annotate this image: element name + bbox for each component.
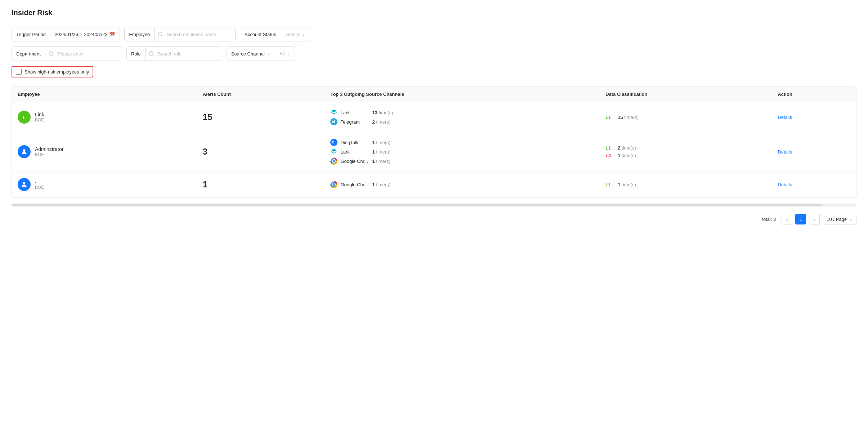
svg-point-2	[49, 52, 53, 55]
account-status-group[interactable]: Account Status | Select ⌄	[240, 27, 310, 41]
employee-name: Link	[35, 112, 44, 117]
col-header-alerts: Alerts Count	[197, 86, 325, 102]
page-size-select[interactable]: 10 / Page ⌄	[823, 214, 856, 224]
employee-table: Employee Alerts Count Top 3 Outgoing Sou…	[12, 86, 856, 197]
employee-name: Adminstrator	[35, 146, 63, 152]
trigger-period-group[interactable]: Trigger Period 2024/01/26 - 2024/07/23 📅	[12, 27, 120, 41]
channel-item: Google Chr... 1 time(s)	[330, 157, 594, 165]
checkbox-row: Show high-risk employees only	[12, 66, 856, 77]
high-risk-label: Show high-risk employees only	[24, 69, 89, 75]
channel-name: Lark	[340, 149, 369, 155]
pagination-total: Total: 3	[761, 217, 776, 222]
classification-badge: L4	[605, 153, 614, 158]
channels-cell: D DingTalk 1 time(s) Lark 1 time(s) Goog…	[325, 132, 600, 172]
table-row: L Link BOE 15 Lark 13 time(s) Telegram 2…	[12, 102, 856, 132]
calendar-icon[interactable]: 📅	[109, 32, 115, 37]
channels-cell: Google Chr... 1 time(s)	[325, 172, 600, 198]
channel-item: D DingTalk 1 time(s)	[330, 139, 594, 146]
details-link[interactable]: Details	[778, 115, 792, 120]
col-header-action: Action	[772, 86, 856, 102]
table-row: Adminstrator BOE 3 D DingTalk 1 time(s) …	[12, 132, 856, 172]
table-row: · BOE 1 Google Chr... 1 time(s) L1 1 tim…	[12, 172, 856, 198]
svg-point-13	[23, 182, 26, 184]
classification-times: 2 time(s)	[618, 145, 636, 151]
employee-cell: Adminstrator BOE	[12, 132, 197, 172]
channel-name: Google Chr...	[340, 182, 369, 187]
source-channel-group[interactable]: Source Channel ⌄ All ⌄	[227, 46, 295, 61]
pagination-next-button[interactable]: ›	[809, 214, 820, 224]
col-header-classification: Data Classification	[600, 86, 772, 102]
source-channel-label-text: Source Channel	[231, 51, 265, 57]
channel-times: 1 time(s)	[372, 149, 390, 155]
alerts-count-cell: 1	[197, 172, 325, 198]
date-from: 2024/01/26	[55, 32, 78, 37]
source-channel-value[interactable]: All ⌄	[275, 51, 295, 57]
classification-times: 15 time(s)	[618, 115, 639, 120]
account-status-value: Select	[286, 32, 299, 37]
channel-name: Google Chr...	[340, 159, 369, 164]
svg-line-5	[152, 55, 153, 56]
svg-point-0	[158, 32, 162, 36]
high-risk-checkbox[interactable]	[16, 69, 22, 75]
action-cell: Details	[772, 102, 856, 132]
avatar	[18, 145, 31, 158]
scroll-thumb[interactable]	[12, 204, 823, 206]
lark-icon	[330, 148, 337, 155]
employee-dept: BOE	[35, 185, 44, 190]
role-label: Role	[127, 47, 146, 61]
classification-badge: L1	[605, 115, 614, 120]
action-cell: Details	[772, 132, 856, 172]
dingtalk-icon: D	[330, 139, 337, 146]
high-risk-checkbox-container[interactable]: Show high-risk employees only	[12, 66, 93, 77]
filter-row-2: Department Role Source Channel ⌄ All ⌄	[12, 46, 856, 61]
source-channel-selected-value: All	[279, 51, 285, 57]
classification-times: 1 time(s)	[618, 182, 636, 187]
alerts-count: 15	[203, 112, 212, 122]
page-title: Insider Risk	[12, 9, 856, 17]
channel-item: Google Chr... 1 time(s)	[330, 181, 594, 188]
avatar: L	[18, 111, 31, 124]
classification-item: L1 1 time(s)	[605, 182, 766, 187]
avatar	[18, 178, 31, 191]
col-header-channels: Top 3 Outgoing Source Channels	[325, 86, 600, 102]
svg-point-16	[333, 183, 335, 186]
employee-cell: L Link BOE	[12, 102, 197, 132]
svg-point-7	[23, 149, 26, 152]
employee-label: Employee	[125, 27, 155, 41]
trigger-period-label: Trigger Period	[16, 32, 50, 37]
alerts-count: 1	[203, 179, 207, 189]
department-search-input[interactable]	[54, 47, 122, 61]
details-link[interactable]: Details	[778, 149, 792, 155]
channel-times: 2 time(s)	[372, 119, 390, 125]
role-search-input[interactable]	[154, 47, 222, 61]
page-size-chevron-icon: ⌄	[849, 217, 853, 222]
col-header-employee: Employee	[12, 86, 197, 102]
channel-name: Lark	[340, 110, 369, 115]
source-channel-label[interactable]: Source Channel ⌄	[227, 47, 275, 61]
classification-cell: L1 15 time(s)	[600, 102, 772, 132]
role-search-icon	[148, 51, 154, 57]
channel-item: Lark 13 time(s)	[330, 109, 594, 116]
classification-badge: L1	[605, 145, 614, 151]
employee-name: ·	[35, 179, 44, 185]
date-to: 2024/07/23	[84, 32, 107, 37]
chrome-icon	[330, 181, 337, 188]
action-cell: Details	[772, 172, 856, 198]
classification-cell: L1 2 time(s) L4 1 time(s)	[600, 132, 772, 172]
alerts-count-cell: 3	[197, 132, 325, 172]
svg-line-3	[52, 55, 53, 56]
employee-filter-group: Employee	[124, 27, 236, 41]
details-link[interactable]: Details	[778, 182, 792, 187]
role-filter-group: Role	[126, 46, 222, 61]
pagination-row: Total: 3 ‹ 1 › 10 / Page ⌄	[12, 211, 856, 227]
filter-row-1: Trigger Period 2024/01/26 - 2024/07/23 📅…	[12, 27, 856, 41]
employee-dept: BOE	[35, 117, 44, 123]
channel-item: Telegram 2 time(s)	[330, 118, 594, 125]
pagination-page-1-button[interactable]: 1	[795, 214, 806, 224]
classification-item: L1 15 time(s)	[605, 115, 766, 120]
pagination-prev-button[interactable]: ‹	[782, 214, 792, 224]
employee-search-input[interactable]	[163, 27, 235, 41]
alerts-count: 3	[203, 147, 207, 156]
department-label: Department	[12, 47, 45, 61]
horizontal-scrollbar[interactable]	[12, 204, 856, 206]
